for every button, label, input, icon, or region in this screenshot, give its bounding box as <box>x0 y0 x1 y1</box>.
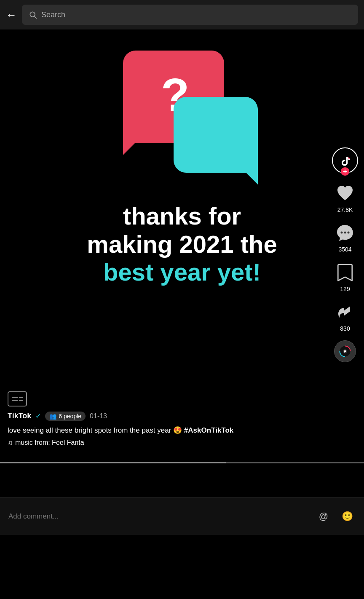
svg-point-5 <box>348 232 350 234</box>
post-date: 01-13 <box>90 412 107 420</box>
video-text-line2: making 2021 the <box>87 230 277 259</box>
svg-point-3 <box>341 232 343 234</box>
music-note-icon: ♫ <box>8 439 13 447</box>
music-disc-button[interactable]: ♪ <box>334 340 356 362</box>
caption-toggle-icon[interactable] <box>8 391 27 406</box>
video-container: ? thanks for making 2021 the best year y… <box>0 29 364 535</box>
header: ← Search <box>0 0 364 29</box>
music-title: music from: Feel Fanta <box>15 439 84 447</box>
comment-input[interactable] <box>8 512 308 521</box>
progress-track <box>0 462 364 463</box>
music-credit: ♫ music from: Feel Fanta <box>8 439 318 447</box>
caption-line4 <box>19 400 23 401</box>
comment-icon <box>335 223 355 243</box>
comment-button[interactable]: 3504 <box>334 222 356 253</box>
svg-text:♪: ♪ <box>343 349 345 354</box>
video-text-line1: thanks for <box>87 202 277 230</box>
like-button[interactable]: 27.8K <box>334 182 356 213</box>
verified-icon: ✓ <box>35 412 41 420</box>
music-disc-icon: ♪ <box>335 340 356 362</box>
bookmark-icon-container <box>334 261 356 284</box>
at-mention-button[interactable]: @ <box>315 508 332 525</box>
progress-bar-area[interactable] <box>0 462 364 463</box>
video-caption-text: thanks for making 2021 the best year yet… <box>83 202 281 286</box>
video-text-line3: best year yet! <box>87 258 277 286</box>
music-disc: ♪ <box>334 340 356 362</box>
bookmark-count: 129 <box>340 286 350 292</box>
post-info: TikTok ✓ 👥 6 people 01-13 love seeing al… <box>0 391 326 447</box>
caption-icon-row <box>8 391 318 406</box>
search-placeholder-text: Search <box>41 11 65 19</box>
caption-line2 <box>19 397 23 398</box>
emoji-icon: 🙂 <box>342 511 353 522</box>
progress-fill <box>0 462 226 463</box>
caption-line1 <box>12 397 18 398</box>
search-icon <box>29 11 37 19</box>
heart-icon <box>336 184 354 203</box>
bookmark-icon <box>336 263 354 282</box>
search-bar[interactable]: Search <box>22 5 358 25</box>
share-icon-container <box>334 301 356 324</box>
right-sidebar: + 27.8K 3504 <box>332 147 358 362</box>
hashtag[interactable]: #AskOnTikTok <box>184 426 233 434</box>
author-row: TikTok ✓ 👥 6 people 01-13 <box>8 412 318 421</box>
profile-avatar[interactable]: + <box>332 147 358 174</box>
caption-line3 <box>12 400 18 401</box>
cyan-chat-bubble <box>174 97 258 173</box>
like-count: 27.8K <box>337 206 353 213</box>
share-count: 830 <box>340 325 350 332</box>
people-icon: 👥 <box>49 413 56 420</box>
comment-bar: @ 🙂 <box>0 497 364 535</box>
share-icon <box>336 303 354 321</box>
author-name[interactable]: TikTok <box>8 412 31 420</box>
caption-text: love seeing all these bright spots from … <box>8 425 318 436</box>
tiktok-logo-icon <box>337 153 353 168</box>
like-icon-container <box>334 182 356 205</box>
svg-point-4 <box>344 232 346 234</box>
people-count: 6 people <box>59 413 81 420</box>
comment-icon-container <box>334 222 356 244</box>
comment-count: 3504 <box>338 246 351 253</box>
emoji-button[interactable]: 🙂 <box>339 508 356 525</box>
svg-line-1 <box>35 16 37 19</box>
video-illustration: ? thanks for making 2021 the best year y… <box>0 29 364 286</box>
follow-plus-badge[interactable]: + <box>340 167 350 176</box>
bookmark-button[interactable]: 129 <box>334 261 356 292</box>
at-icon: @ <box>319 511 328 522</box>
share-button[interactable]: 830 <box>334 301 356 332</box>
people-badge: 👥 6 people <box>45 412 86 421</box>
chat-bubbles-illustration: ? <box>106 51 258 190</box>
back-button[interactable]: ← <box>6 8 17 21</box>
